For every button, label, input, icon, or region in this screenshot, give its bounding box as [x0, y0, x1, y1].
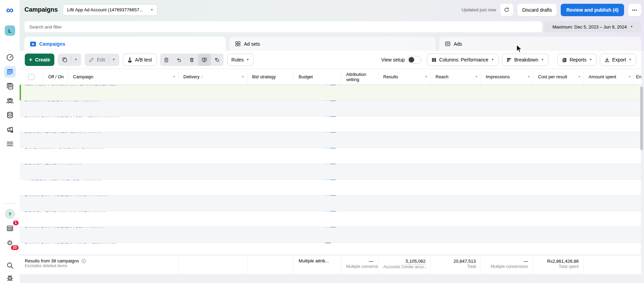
undo-button[interactable] [173, 54, 185, 66]
chevron-down-icon: ▼ [246, 58, 249, 61]
bid-strategy-cell: Using ad set bid ... [20, 182, 641, 185]
table-header: Off / On Campaign▼ Delivery ↑▼ Bid strat… [20, 69, 641, 85]
columns-dropdown[interactable]: Columns: Performance ▼ [427, 54, 498, 66]
campaigns-panel: + Create ▼ Edit ▼ A/B test [20, 51, 641, 274]
col-reach[interactable]: Reach▼ [431, 69, 481, 84]
col-campaign[interactable]: Campaign▼ [68, 69, 179, 84]
ab-test-button[interactable]: A/B test [123, 54, 157, 66]
attribution-cell: 1-day click or ... [20, 202, 641, 205]
all-tools-menu-icon[interactable] [4, 138, 16, 150]
tab-adsets[interactable]: Ad sets [229, 37, 436, 51]
attribution-cell: 1-day click or ... [20, 139, 641, 142]
create-button[interactable]: + Create [25, 54, 54, 66]
feedback-badge: 1 [13, 220, 19, 225]
summary-subtext: Excludes deleted items [25, 263, 173, 269]
attribution-cell: 1-day click or ... [20, 123, 641, 126]
summary-attribution: Multiple attrib... [294, 255, 341, 274]
bid-strategy-cell: Using ad set bid ... [20, 229, 641, 233]
bug-report-icon[interactable] [4, 272, 16, 283]
page-title: Campaigns [24, 6, 58, 13]
col-bid-strategy[interactable]: Bid strategy [247, 69, 294, 84]
duplicate-button[interactable]: ▼ [58, 54, 82, 66]
select-all-checkbox[interactable] [28, 74, 34, 80]
summary-impressions: 20,847,513 Total [431, 255, 481, 274]
refresh-button[interactable] [500, 4, 513, 16]
ads-megaphone-icon[interactable] [4, 124, 16, 135]
view-setup-toggle[interactable] [408, 56, 421, 64]
overview-speedometer-icon[interactable] [4, 52, 16, 63]
tab-campaigns[interactable]: Campaigns [24, 37, 226, 51]
paste-clipboard-button[interactable] [160, 54, 173, 66]
info-icon[interactable] [81, 259, 86, 263]
table-row: New Traffic Campaign with recommended se… [20, 85, 641, 101]
col-impressions[interactable]: Impressions▼ [481, 69, 533, 84]
col-delivery[interactable]: Delivery ↑▼ [179, 69, 247, 84]
delete-button[interactable] [185, 54, 198, 66]
meta-logo-icon[interactable]: ∞ [6, 5, 13, 15]
attribution-cell: 1-day click or ... [20, 186, 641, 190]
col-results[interactable]: Results▼ [378, 69, 431, 84]
sort-asc-icon: ↑ [201, 74, 203, 79]
col-ends[interactable]: Ends [634, 69, 641, 84]
table-row: Android App | Travellers | Dubai | Testi… [20, 243, 641, 255]
review-publish-button[interactable]: Review and publish (4) [561, 4, 624, 16]
plus-icon: + [29, 57, 32, 63]
bid-strategy-cell: Using ad set bid ... [20, 87, 641, 90]
table-row: Android App | Travellers | Pak |15/04/24… [20, 227, 641, 243]
chevron-down-icon: ▼ [112, 58, 115, 61]
table-row: Android App | Travellers | Pak | Testing… [20, 116, 641, 132]
updated-status: Updated just now [461, 7, 496, 12]
table-row: | Travellers | New Video Pak | 27/04/24 … [20, 180, 641, 195]
tag-button[interactable] [211, 54, 224, 66]
chevron-down-icon: ▼ [630, 25, 633, 28]
attribution-cell: — [20, 92, 641, 95]
top-bar: Campaigns Lifti App Ad Account (14769377… [20, 0, 644, 20]
vertical-scrollbar[interactable] [640, 87, 643, 150]
reports-dropdown[interactable]: Reports ▼ [557, 54, 597, 66]
discard-drafts-button[interactable]: Discard drafts [517, 4, 557, 16]
bid-strategy-cell: Highest volume [20, 166, 641, 169]
view-setup-label: View setup [381, 57, 405, 63]
help-icon[interactable]: ? [4, 208, 16, 220]
attribution-cell: 1-day click or ... [20, 107, 641, 111]
audiences-people-icon[interactable] [4, 95, 16, 106]
campaigns-table-icon[interactable] [4, 66, 16, 78]
date-range-selector[interactable]: Maximum: Dec 5, 2023 – Jun 9, 2024 ▼ [544, 21, 641, 32]
select-all-checkbox-cell [20, 69, 43, 84]
mouse-cursor [516, 45, 524, 53]
rules-dropdown[interactable]: Rules ▼ [227, 54, 254, 66]
attribution-cell: 1-day click or ... [20, 234, 641, 237]
account-avatar[interactable]: L [5, 25, 15, 36]
export-dropdown[interactable]: Export ▼ [600, 54, 636, 66]
chevron-down-icon: ▼ [75, 58, 77, 61]
undo-icon [176, 57, 182, 63]
tab-ads[interactable]: Ads [439, 37, 641, 51]
billing-coins-icon[interactable] [4, 109, 16, 121]
toolbar-icon-strip [160, 54, 224, 66]
account-selector[interactable]: Lifti App Ad Account (147693776657... ▼ [63, 4, 158, 16]
col-attribution[interactable]: Attribution setting [341, 69, 378, 84]
table-row: App Promotion Campaign LLA 05/06/24 Acti… [20, 148, 641, 164]
breakdown-dropdown[interactable]: Breakdown ▼ [502, 54, 548, 66]
search-sidebar-icon[interactable] [4, 260, 16, 271]
feedback-inbox-icon[interactable]: 1 [4, 223, 16, 234]
pages-docs-icon[interactable] [4, 80, 16, 92]
summary-reach: 5,105,082 Accounts Center acco... [378, 255, 431, 274]
table-toolbar: + Create ▼ Edit ▼ A/B test [20, 51, 641, 69]
col-amount-spent[interactable]: Amount spent▼ [584, 69, 634, 84]
edit-button[interactable]: Edit ▼ [85, 54, 119, 66]
col-cost-per-result[interactable]: Cost per result▼ [533, 69, 584, 84]
clipboard-icon [164, 57, 169, 63]
table-row: Pakistan Sender New Testing 05/06/24 Act… [20, 132, 641, 148]
summary-text: Results from 38 campaigns [25, 258, 79, 263]
table-body: New Traffic Campaign with recommended se… [20, 85, 641, 255]
flask-icon [127, 57, 132, 63]
sort-caret-icon: ▼ [173, 75, 175, 78]
sort-caret-icon: ▼ [475, 75, 478, 78]
search-input[interactable] [24, 21, 542, 32]
col-budget[interactable]: Budget [294, 69, 341, 84]
settings-gear-icon[interactable]: ⚙ 23 [4, 237, 16, 249]
chevron-down-icon: ▼ [491, 58, 494, 61]
more-options-button[interactable]: ••• [628, 4, 641, 16]
send-preview-button[interactable] [198, 54, 211, 66]
